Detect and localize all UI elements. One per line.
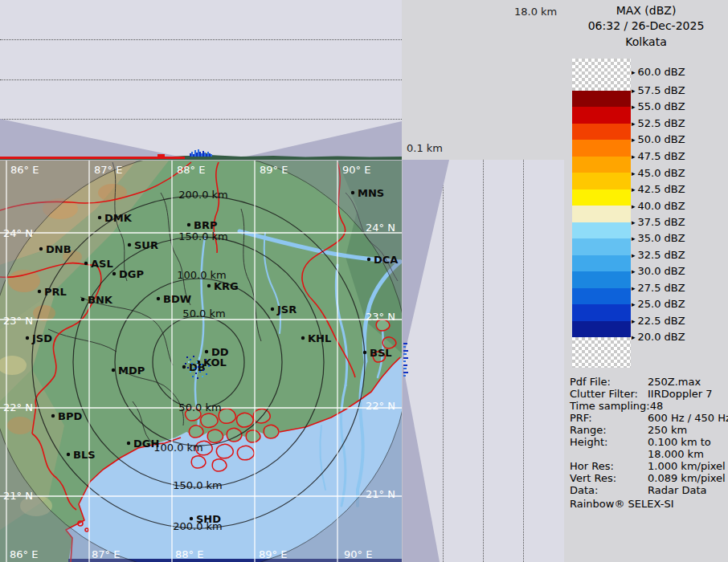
latitude-label: 22° N bbox=[366, 400, 395, 412]
echo-pixel bbox=[187, 367, 189, 369]
info-value: 48 bbox=[650, 400, 664, 412]
info-value: 0.100 km to bbox=[648, 436, 711, 448]
radar-application-window: { "colors": { "background": "#d6d6d9", "… bbox=[0, 0, 728, 562]
right-cross-section-panel bbox=[402, 160, 565, 562]
tick-arrow-icon: ▸ bbox=[632, 185, 636, 193]
info-row: Hor Res:1.000 km/pixel bbox=[570, 460, 728, 472]
echo-dash bbox=[403, 353, 407, 355]
range-ring-label: 50.0 km bbox=[178, 401, 221, 413]
colorbar-swatch bbox=[572, 271, 631, 287]
echo-pixel bbox=[197, 377, 198, 379]
latitude-label: 23° N bbox=[366, 311, 395, 323]
city-label: BSL bbox=[370, 347, 392, 359]
colorbar-swatch bbox=[572, 222, 631, 238]
tick-arrow-icon: ▸ bbox=[632, 218, 636, 226]
city-label: DMK bbox=[104, 212, 133, 224]
colorbar-swatch bbox=[572, 189, 631, 206]
echo-pixel bbox=[188, 361, 190, 363]
legend-colorbar bbox=[572, 59, 631, 368]
tick-arrow-icon: ▸ bbox=[632, 317, 636, 325]
info-value: 250 km bbox=[648, 424, 687, 436]
echo-pixel bbox=[208, 365, 210, 367]
height-gridline bbox=[483, 160, 484, 562]
scale-tick-label: ▸52.5 dBZ bbox=[632, 117, 685, 129]
longitude-label: 86° E bbox=[10, 164, 39, 176]
echo-dash bbox=[403, 343, 407, 344]
city-dot bbox=[182, 365, 186, 369]
longitude-label: 86° E bbox=[10, 548, 38, 560]
tick-text: 27.5 dBZ bbox=[638, 282, 685, 294]
city-label: DCA bbox=[374, 254, 398, 266]
colorbar-swatch bbox=[572, 255, 631, 271]
tick-text: 37.5 dBZ bbox=[638, 216, 685, 228]
city-label: JSR bbox=[276, 303, 297, 316]
scale-tick-label: ▸32.5 dBZ bbox=[632, 249, 685, 261]
latitude-label: 21° N bbox=[366, 488, 395, 500]
range-ring-label: 50.0 km bbox=[182, 307, 225, 320]
longitude-label: 87° E bbox=[92, 548, 120, 560]
city-dot bbox=[127, 442, 130, 445]
info-row: Height:0.100 km to bbox=[570, 436, 728, 448]
scale-tick-label: ▸40.0 dBZ bbox=[632, 200, 685, 212]
legend-site-name: Kolkata bbox=[564, 35, 728, 48]
axis-corner-area: 18.0 km 0.1 km bbox=[402, 0, 564, 160]
city-dot bbox=[205, 350, 208, 353]
tick-arrow-icon: ▸ bbox=[632, 87, 636, 95]
height-axis-min-label: 0.1 km bbox=[407, 142, 443, 154]
colorbar-swatch bbox=[572, 238, 631, 255]
echo-pixel bbox=[193, 356, 194, 357]
map-canvas: 200.0 km150.0 km100.0 km50.0 km50.0 km10… bbox=[0, 161, 402, 562]
info-label: Pdf File: bbox=[570, 376, 648, 388]
tick-arrow-icon: ▸ bbox=[632, 333, 636, 341]
city-dot bbox=[26, 336, 29, 340]
city-dot bbox=[157, 297, 160, 300]
echo-dash bbox=[403, 350, 408, 352]
tick-arrow-icon: ▸ bbox=[632, 267, 636, 275]
city-label: SUR bbox=[134, 239, 158, 251]
longitude-label: 87° E bbox=[94, 164, 122, 176]
info-label: Data: bbox=[570, 484, 648, 496]
echo-pixel bbox=[195, 373, 197, 374]
echo-pixel bbox=[194, 368, 195, 369]
city-dot bbox=[38, 290, 41, 293]
tick-arrow-icon: ▸ bbox=[632, 103, 636, 111]
echo-pixel bbox=[198, 366, 199, 368]
tick-text: 45.0 dBZ bbox=[638, 167, 685, 179]
scale-tick-label: ▸22.5 dBZ bbox=[632, 315, 685, 327]
tick-text: 22.5 dBZ bbox=[638, 315, 685, 327]
colorbar-swatch bbox=[572, 157, 631, 173]
scale-tick-label: ▸60.0 dBZ bbox=[632, 66, 685, 78]
echo-pixel bbox=[190, 359, 191, 360]
scale-tick-label: ▸27.5 dBZ bbox=[632, 282, 685, 294]
tick-text: 42.5 dBZ bbox=[638, 183, 685, 195]
city-dot bbox=[207, 284, 211, 287]
echo-pixel bbox=[205, 359, 207, 360]
info-value: Radar Data bbox=[648, 484, 706, 496]
height-gridline bbox=[0, 79, 402, 80]
city-label: KOL bbox=[203, 356, 227, 369]
colorbar-swatch bbox=[572, 206, 631, 222]
tick-text: 32.5 dBZ bbox=[638, 249, 685, 261]
colorbar-swatch bbox=[572, 124, 631, 140]
info-value: 18.000 km bbox=[648, 448, 704, 460]
city-dot bbox=[112, 369, 115, 372]
city-dot bbox=[187, 223, 190, 226]
scale-tick-label: ▸35.0 dBZ bbox=[632, 232, 685, 244]
tick-arrow-icon: ▸ bbox=[632, 153, 636, 161]
echo-dash bbox=[403, 360, 406, 362]
scale-tick-label: ▸47.5 dBZ bbox=[632, 150, 685, 162]
tick-arrow-icon: ▸ bbox=[632, 169, 636, 177]
info-row: Clutter Filter:IIRDoppler 7 bbox=[570, 388, 728, 400]
colorbar-swatch bbox=[572, 173, 631, 189]
echo-spike bbox=[211, 154, 212, 157]
latitude-label: 23° N bbox=[3, 315, 33, 327]
scale-tick-label: ▸57.5 dBZ bbox=[632, 84, 685, 96]
city-dot bbox=[363, 351, 366, 354]
city-label: BRP bbox=[194, 219, 217, 231]
echo-pixel bbox=[206, 373, 207, 375]
legend-panel: MAX (dBZ) 06:32 / 26-Dec-2025 Kolkata ▸6… bbox=[564, 0, 728, 562]
range-ring-label: 100.0 km bbox=[153, 442, 203, 454]
info-row: Range:250 km bbox=[570, 424, 728, 436]
city-dot bbox=[301, 336, 305, 340]
city-label: DGP bbox=[119, 268, 144, 280]
